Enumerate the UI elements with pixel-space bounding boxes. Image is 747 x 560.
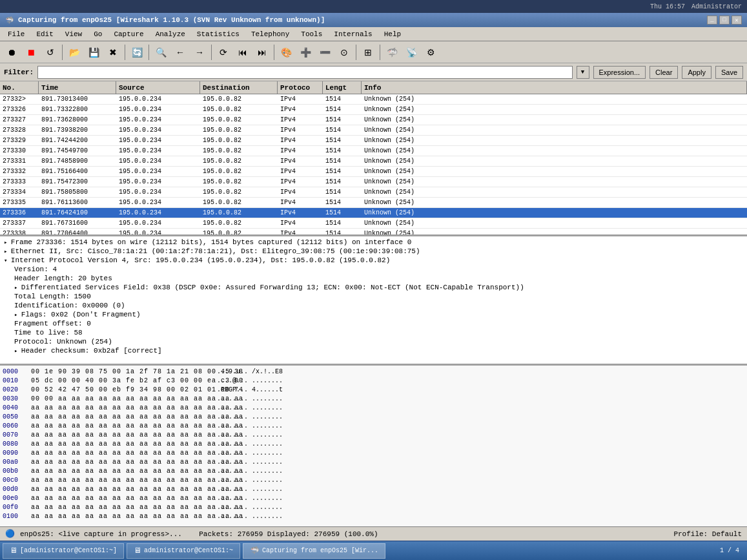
- toolbar-options[interactable]: ⚙: [422, 43, 440, 61]
- detail-item[interactable]: Fragment offset: 0: [1, 319, 746, 328]
- detail-item[interactable]: Header length: 20 bytes: [1, 274, 746, 283]
- toolbar-open-file[interactable]: 📂: [65, 43, 83, 61]
- toolbar-zoom-out[interactable]: ➖: [316, 43, 334, 61]
- toolbar-sep-1: [62, 45, 63, 60]
- taskbar-item-2[interactable]: 🦈 Capturing from enpOs25 [Wir...: [243, 543, 385, 559]
- expression-button[interactable]: Expression...: [593, 66, 646, 79]
- toolbar-reload[interactable]: 🔄: [128, 43, 146, 61]
- toolbar-interfaces[interactable]: 📡: [402, 43, 420, 61]
- packet-row[interactable]: 273329 891.74244200 195.0.0.234 195.0.0.…: [0, 136, 747, 146]
- cell-proto: IPv4: [278, 156, 323, 166]
- toolbar-zoom-in[interactable]: ➕: [296, 43, 314, 61]
- packet-row[interactable]: 273332 891.75166400 195.0.0.234 195.0.0.…: [0, 167, 747, 177]
- cell-info: Unknown (254): [362, 208, 747, 218]
- toolbar-capture-filter[interactable]: 🦈: [383, 43, 401, 61]
- packet-row[interactable]: 273333 891.75472300 195.0.0.234 195.0.0.…: [0, 177, 747, 187]
- toolbar-go-to-packet[interactable]: ⟳: [214, 43, 232, 61]
- hex-row: 0060 aa aa aa aa aa aa aa aa aa aa aa aa…: [3, 421, 744, 430]
- hex-bytes: aa aa aa aa aa aa aa aa aa aa aa aa aa a…: [31, 413, 212, 420]
- packet-row[interactable]: 273336 891.76424100 195.0.0.234 195.0.0.…: [0, 208, 747, 218]
- packet-row[interactable]: 273328 891.73938200 195.0.0.234 195.0.0.…: [0, 125, 747, 136]
- toolbar-normal-size[interactable]: ⊙: [335, 43, 353, 61]
- detail-item[interactable]: Differentiated Services Field: 0x38 (DSC…: [1, 283, 746, 292]
- packet-row[interactable]: 273334 891.75805800 195.0.0.234 195.0.0.…: [0, 187, 747, 198]
- toolbar-forward[interactable]: →: [190, 43, 209, 61]
- save-button[interactable]: Save: [715, 66, 743, 79]
- menu-capture[interactable]: Capture: [108, 29, 148, 39]
- menu-edit[interactable]: Edit: [31, 29, 58, 39]
- cell-dst: 195.0.0.82: [200, 229, 278, 236]
- cell-info: Unknown (254): [362, 125, 747, 135]
- cell-info: Unknown (254): [362, 115, 747, 125]
- detail-item[interactable]: Header checksum: 0xb2af [correct]: [1, 346, 746, 355]
- toolbar-colorize[interactable]: 🎨: [277, 43, 295, 61]
- menu-go[interactable]: Go: [88, 29, 107, 39]
- cell-time: 891.73013400: [39, 94, 116, 104]
- packet-row[interactable]: 273330 891.74549700 195.0.0.234 195.0.0.…: [0, 146, 747, 156]
- menu-file[interactable]: File: [3, 29, 30, 39]
- close-button[interactable]: ✕: [732, 16, 742, 25]
- packet-row[interactable]: 27332> 891.73013400 195.0.0.234 195.0.0.…: [0, 94, 747, 105]
- toolbar-back[interactable]: ←: [171, 43, 189, 61]
- hex-offset: 0050: [3, 413, 26, 420]
- detail-item[interactable]: Protocol: Unknown (254): [1, 337, 746, 346]
- cell-len: 1514: [323, 167, 362, 176]
- hex-offset: 0020: [3, 386, 26, 393]
- minimize-button[interactable]: _: [707, 16, 717, 25]
- packet-row[interactable]: 273335 891.76113600 195.0.0.234 195.0.0.…: [0, 198, 747, 208]
- taskbar-item-1[interactable]: 🖥 administrator@CentOS1:~: [127, 543, 240, 559]
- cell-len: 1514: [323, 146, 362, 156]
- toolbar-resize-columns[interactable]: ⊞: [359, 43, 377, 61]
- menu-telephony[interactable]: Telephony: [246, 29, 294, 39]
- detail-item[interactable]: Frame 273336: 1514 bytes on wire (12112 …: [1, 238, 746, 247]
- hex-row: 0000 00 1e 90 39 08 75 00 1a 2f 78 1a 21…: [3, 367, 744, 376]
- packet-row[interactable]: 273326 891.73322800 195.0.0.234 195.0.0.…: [0, 105, 747, 115]
- filter-input[interactable]: [37, 66, 572, 79]
- hex-row: 0040 aa aa aa aa aa aa aa aa aa aa aa aa…: [3, 403, 744, 412]
- menu-view[interactable]: View: [60, 29, 87, 39]
- hex-offset: 00d0: [3, 486, 26, 493]
- cell-info: Unknown (254): [362, 198, 747, 207]
- cell-no: 273336: [0, 208, 39, 218]
- toolbar-sep-6: [356, 45, 356, 60]
- detail-item[interactable]: Total Length: 1500: [1, 292, 746, 301]
- toolbar-restart-capture[interactable]: ↺: [41, 43, 59, 61]
- packet-row[interactable]: 273331 891.74858900 195.0.0.234 195.0.0.…: [0, 156, 747, 167]
- menu-analyze[interactable]: Analyze: [150, 29, 190, 39]
- toolbar-save-file[interactable]: 💾: [85, 43, 103, 61]
- packet-row[interactable]: 273337 891.76731600 195.0.0.234 195.0.0.…: [0, 218, 747, 229]
- toolbar-find[interactable]: 🔍: [152, 43, 170, 61]
- detail-item[interactable]: Identification: 0x0000 (0): [1, 301, 746, 310]
- menu-help[interactable]: Help: [379, 29, 406, 39]
- clear-button[interactable]: Clear: [650, 66, 678, 79]
- packet-row[interactable]: 273338 891.77064400 195.0.0.234 195.0.0.…: [0, 229, 747, 236]
- detail-item[interactable]: Time to live: 58: [1, 328, 746, 337]
- packet-row[interactable]: 273327 891.73628000 195.0.0.234 195.0.0.…: [0, 115, 747, 125]
- detail-item[interactable]: Version: 4: [1, 265, 746, 274]
- detail-item[interactable]: Flags: 0x02 (Don't Fragment): [1, 310, 746, 319]
- menu-tools[interactable]: Tools: [296, 29, 327, 39]
- cell-len: 1514: [323, 187, 362, 197]
- toolbar-stop-capture[interactable]: ⏹: [22, 43, 40, 61]
- cell-dst: 195.0.0.82: [200, 198, 278, 207]
- taskbar-page: 1 / 4: [720, 547, 744, 554]
- toolbar-last-packet[interactable]: ⏭: [253, 43, 271, 61]
- hex-ascii: ........ ........: [217, 450, 283, 457]
- taskbar-item-0[interactable]: 🖥 [administrator@CentOS1:~]: [3, 543, 124, 559]
- detail-item[interactable]: Ethernet II, Src: Cisco_78:1a:21 (00:1a:…: [1, 247, 746, 256]
- menu-statistics[interactable]: Statistics: [192, 29, 245, 39]
- cell-time: 891.77064400: [39, 229, 116, 236]
- apply-button[interactable]: Apply: [682, 66, 711, 79]
- toolbar-start-capture[interactable]: ⏺: [3, 43, 21, 61]
- toolbar-first-packet[interactable]: ⏮: [234, 43, 252, 61]
- title-bar-buttons[interactable]: _ □ ✕: [707, 16, 742, 25]
- toolbar-close-file[interactable]: ✖: [104, 43, 122, 61]
- cell-src: 195.0.0.234: [116, 187, 200, 197]
- cell-proto: IPv4: [278, 208, 323, 218]
- maximize-button[interactable]: □: [719, 16, 730, 25]
- cell-len: 1514: [323, 208, 362, 218]
- hex-row: 00a0 aa aa aa aa aa aa aa aa aa aa aa aa…: [3, 457, 744, 466]
- detail-item[interactable]: Internet Protocol Version 4, Src: 195.0.…: [1, 256, 746, 265]
- menu-internals[interactable]: Internals: [329, 29, 377, 39]
- filter-dropdown-button[interactable]: ▼: [577, 66, 589, 79]
